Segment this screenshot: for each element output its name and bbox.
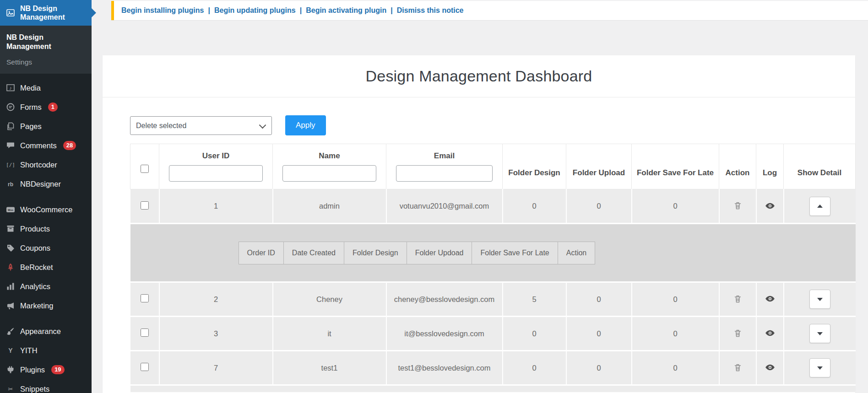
plugins-icon (5, 365, 16, 375)
users-table: User ID Name Email Folder Design Folder … (130, 144, 856, 392)
yith-icon: Y (5, 345, 16, 355)
delete-user-button[interactable] (732, 328, 743, 339)
sidebar-item-yith[interactable]: Y YITH (0, 341, 92, 360)
panel-header: Design Management Dashboard (103, 55, 855, 97)
comments-icon (5, 140, 16, 151)
folder-design-header: Folder Design (503, 144, 566, 189)
dashboard-panel: Design Management Dashboard Delete selec… (103, 55, 855, 393)
email-header: Email (386, 144, 503, 189)
folder-upload-cell: 0 (566, 189, 632, 224)
user-id-filter-input[interactable] (169, 165, 263, 182)
detail-subtable: Order ID Date Created Folder Design Fold… (239, 242, 856, 264)
delete-user-button[interactable] (732, 200, 743, 211)
sidebar-item-marketing[interactable]: Marketing (0, 296, 92, 315)
coupons-icon (5, 243, 16, 253)
show-detail-button[interactable] (809, 358, 830, 377)
view-log-button[interactable] (764, 361, 776, 374)
appearance-icon (5, 326, 16, 336)
row-select-checkbox[interactable] (141, 328, 149, 337)
dismiss-notice-link[interactable]: Dismiss this notice (397, 6, 464, 15)
sidebar-item-products[interactable]: Products (0, 219, 92, 238)
eye-icon (765, 293, 776, 304)
begin-updating-plugins-link[interactable]: Begin updating plugins (214, 6, 296, 15)
sidebar-item-shortcoder[interactable]: [/] Shortcoder (0, 155, 92, 174)
sidebar-item-berocket[interactable]: BeRocket (0, 258, 92, 277)
select-all-header (130, 144, 159, 189)
folder-save-for-late-cell: 0 (632, 351, 719, 385)
view-log-button[interactable] (764, 199, 776, 212)
show-detail-header: Show Detail (784, 144, 856, 189)
detail-header-folder-design: Folder Design (344, 242, 407, 264)
folder-design-cell: 0 (503, 189, 566, 224)
show-detail-button[interactable] (809, 290, 830, 309)
folder-save-for-late-cell: 0 (632, 282, 719, 317)
submenu-item-settings[interactable]: Settings (0, 54, 92, 69)
sidebar-item-pages[interactable]: Pages (0, 117, 92, 136)
caret-down-icon (817, 366, 823, 370)
woocommerce-icon: Woo (5, 205, 16, 215)
admin-sidebar: NB Design Management NB Design Managemen… (0, 0, 92, 393)
caret-down-icon (817, 298, 823, 301)
sidebar-item-snippets[interactable]: ✂ Snippets (0, 379, 92, 393)
name-header: Name (273, 144, 386, 189)
delete-user-button[interactable] (732, 362, 743, 373)
forms-icon (5, 102, 16, 112)
nb-design-logo-icon (5, 8, 16, 18)
sidebar-item-coupons[interactable]: Coupons (0, 238, 92, 258)
row-select-checkbox[interactable] (141, 294, 149, 302)
sidebar-item-comments[interactable]: Comments 28 (0, 136, 92, 155)
sidebar-item-appearance[interactable]: Appearance (0, 322, 92, 341)
snippets-icon: ✂ (5, 384, 16, 393)
sidebar-item-nbdesigner[interactable]: rb NBDesigner (0, 174, 92, 194)
table-row-partial (130, 385, 856, 392)
row-select-checkbox[interactable] (141, 363, 149, 371)
svg-text:rb: rb (8, 181, 13, 188)
sidebar-item-forms[interactable]: Forms 1 (0, 97, 92, 117)
bulk-action-select[interactable]: Delete selected (130, 116, 272, 135)
folder-upload-cell: 0 (566, 351, 632, 385)
sidebar-item-nb-design-management[interactable]: NB Design Management (0, 0, 92, 26)
sidebar-item-plugins[interactable]: Plugins 19 (0, 360, 92, 379)
user-id-cell: 3 (159, 317, 273, 351)
email-filter-input[interactable] (396, 165, 493, 182)
name-filter-input[interactable] (282, 165, 376, 182)
comments-count-badge: 28 (63, 141, 76, 150)
begin-activating-plugin-link[interactable]: Begin activating plugin (306, 6, 386, 15)
email-cell: test1@besslovedesign.com (386, 351, 503, 385)
sidebar-item-woocommerce[interactable]: Woo WooCommerce (0, 200, 92, 219)
folder-upload-cell: 0 (566, 282, 632, 317)
svg-text:♪: ♪ (9, 85, 12, 91)
sidebar-item-media[interactable]: ♪ Media (0, 78, 92, 97)
show-detail-button[interactable] (809, 324, 830, 343)
admin-menu: ♪ Media Forms 1 Pages Comments 28 [/] Sh… (0, 78, 92, 393)
folder-design-cell: 0 (503, 317, 566, 351)
user-id-header: User ID (159, 144, 273, 189)
analytics-icon (5, 281, 16, 291)
folder-save-for-late-cell: 0 (632, 317, 719, 351)
eye-icon (765, 362, 776, 373)
view-log-button[interactable] (764, 327, 776, 339)
sidebar-current-label: NB Design Management (20, 4, 85, 22)
submenu-item-nb-design-management[interactable]: NB Design Management (0, 30, 92, 54)
eye-icon (765, 200, 776, 211)
begin-installing-plugins-link[interactable]: Begin installing plugins (121, 6, 204, 15)
select-all-checkbox[interactable] (141, 165, 149, 173)
media-icon: ♪ (5, 83, 16, 93)
trash-icon (733, 328, 743, 338)
table-row: 1 admin votuanvu2010@gmail.com 0 0 0 (130, 189, 856, 224)
svg-text:Woo: Woo (8, 209, 13, 211)
name-cell: test1 (273, 351, 386, 385)
action-header: Action (719, 144, 756, 189)
name-cell: Cheney (273, 282, 386, 317)
show-detail-button[interactable] (809, 197, 830, 216)
view-log-button[interactable] (764, 292, 776, 305)
email-cell: it@besslovedesign.com (386, 317, 503, 351)
detail-header-action: Action (558, 242, 595, 264)
plugin-notice: Begin installing plugins | Begin updatin… (111, 1, 868, 20)
apply-button[interactable]: Apply (285, 115, 326, 135)
row-select-checkbox[interactable] (141, 201, 149, 210)
sidebar-item-analytics[interactable]: Analytics (0, 277, 92, 296)
delete-user-button[interactable] (732, 293, 743, 305)
forms-count-badge: 1 (48, 102, 58, 112)
table-row: 3 it it@besslovedesign.com 0 0 0 (130, 317, 856, 351)
